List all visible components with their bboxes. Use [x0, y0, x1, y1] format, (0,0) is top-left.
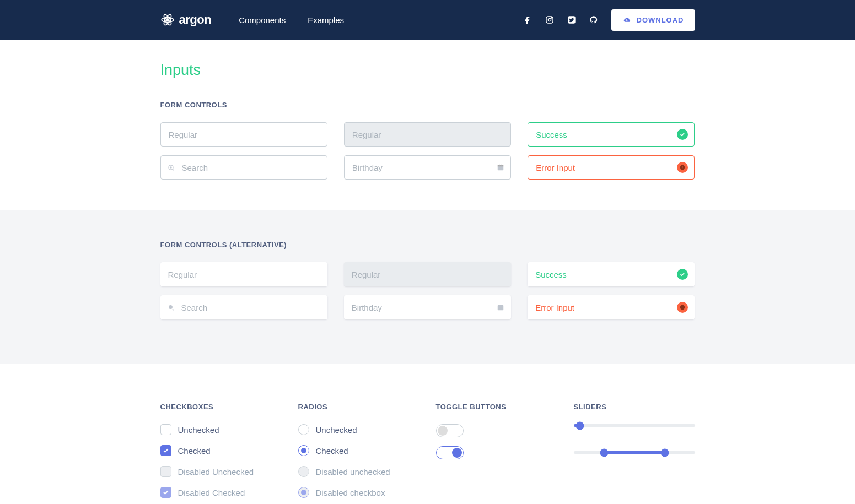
input-search[interactable] [160, 155, 327, 180]
radio-disabled-checked: Disabled checkbox [298, 487, 420, 498]
input-search-alt[interactable] [160, 295, 327, 319]
calendar-icon[interactable] [497, 164, 504, 171]
atom-icon [160, 13, 175, 27]
slider-range[interactable] [574, 451, 695, 454]
svg-rect-12 [502, 164, 502, 166]
section-controls: CHECKBOXES Unchecked Checked Disabled Un… [0, 364, 855, 504]
svg-rect-15 [682, 169, 683, 169]
calendar-icon[interactable] [497, 304, 504, 311]
input-error-alt[interactable] [528, 295, 695, 319]
svg-point-16 [168, 305, 172, 309]
radio-circle [298, 445, 309, 456]
twitter-icon[interactable] [567, 15, 576, 24]
checkbox-label: Disabled Unchecked [178, 467, 254, 476]
check-icon [677, 129, 688, 140]
svg-rect-14 [682, 166, 683, 168]
checkboxes-col: CHECKBOXES Unchecked Checked Disabled Un… [160, 403, 282, 504]
radio-unchecked[interactable]: Unchecked [298, 424, 420, 435]
input-birthday-alt[interactable] [344, 295, 511, 319]
radio-checked[interactable]: Checked [298, 445, 420, 456]
brand-name: argon [179, 13, 212, 27]
input-regular-disabled [344, 122, 511, 147]
checkbox-disabled-checked: Disabled Checked [160, 487, 282, 498]
svg-rect-17 [498, 305, 504, 310]
checkbox-box [160, 424, 171, 435]
checkbox-label: Checked [178, 446, 211, 456]
heading-radios: RADIOS [298, 403, 420, 411]
nav-links: Components Examples [239, 15, 344, 25]
radio-label: Disabled unchecked [316, 467, 390, 476]
input-success[interactable] [528, 122, 695, 147]
toggles-col: TOGGLE BUTTONS [436, 403, 557, 504]
slider-single[interactable] [574, 424, 695, 427]
toggle-off[interactable] [436, 424, 464, 437]
search-icon [167, 164, 175, 171]
input-error[interactable] [528, 155, 695, 180]
checkbox-checked[interactable]: Checked [160, 445, 282, 456]
brand-logo[interactable]: argon [160, 13, 212, 27]
svg-rect-11 [499, 164, 499, 166]
svg-point-8 [170, 166, 172, 169]
heading-form-controls-alt: FORM CONTROLS (ALTERNATIVE) [160, 241, 695, 249]
checkbox-box [160, 466, 171, 477]
radios-col: RADIOS Unchecked Checked Disabled unchec… [298, 403, 420, 504]
checkbox-box [160, 487, 171, 498]
input-regular-alt[interactable] [160, 262, 327, 286]
page-title: Inputs [160, 62, 695, 79]
checkbox-label: Disabled Checked [178, 488, 245, 497]
section-form-controls-alt: FORM CONTROLS (ALTERNATIVE) [0, 210, 855, 364]
svg-point-0 [166, 19, 168, 21]
heading-form-controls: FORM CONTROLS [160, 101, 695, 109]
warning-icon [677, 302, 688, 313]
radio-label: Unchecked [316, 425, 357, 435]
download-label: DOWNLOAD [637, 16, 684, 24]
radio-circle [298, 424, 309, 435]
heading-sliders: SLIDERS [574, 403, 695, 411]
nav-right: DOWNLOAD [523, 9, 695, 31]
checkbox-disabled-unchecked: Disabled Unchecked [160, 466, 282, 477]
nav-examples[interactable]: Examples [308, 15, 344, 25]
svg-rect-10 [498, 165, 504, 166]
radio-circle [298, 466, 309, 477]
instagram-icon[interactable] [545, 15, 554, 24]
sliders-col: SLIDERS [574, 403, 695, 504]
slider-handle-high[interactable] [660, 448, 669, 457]
section-form-controls: Inputs FORM CONTROLS [0, 40, 855, 210]
search-icon [167, 304, 175, 311]
input-regular-disabled-alt [344, 262, 511, 286]
check-icon [677, 269, 688, 280]
radio-circle [298, 487, 309, 498]
checkbox-label: Unchecked [178, 425, 219, 435]
slider-handle-low[interactable] [600, 448, 608, 457]
facebook-icon[interactable] [523, 15, 532, 24]
input-regular[interactable] [160, 122, 327, 147]
input-success-alt[interactable] [528, 262, 695, 286]
toggle-on[interactable] [436, 446, 464, 459]
svg-point-5 [548, 18, 551, 21]
svg-point-6 [551, 18, 552, 18]
checkbox-unchecked[interactable]: Unchecked [160, 424, 282, 435]
slider-handle[interactable] [576, 421, 584, 430]
radio-disabled-unchecked: Disabled unchecked [298, 466, 420, 477]
download-button[interactable]: DOWNLOAD [611, 9, 695, 31]
nav-left: argon Components Examples [160, 13, 345, 27]
heading-toggles: TOGGLE BUTTONS [436, 403, 557, 411]
svg-point-18 [680, 305, 685, 310]
nav-components[interactable]: Components [239, 15, 286, 25]
warning-icon [677, 162, 688, 173]
cloud-download-icon [622, 16, 631, 24]
input-birthday[interactable] [344, 155, 511, 180]
heading-checkboxes: CHECKBOXES [160, 403, 282, 411]
radio-label: Checked [316, 446, 348, 456]
github-icon[interactable] [589, 15, 598, 24]
radio-label: Disabled checkbox [316, 488, 385, 497]
navbar: argon Components Examples DOWNLOAD [0, 0, 855, 40]
checkbox-box [160, 445, 171, 456]
